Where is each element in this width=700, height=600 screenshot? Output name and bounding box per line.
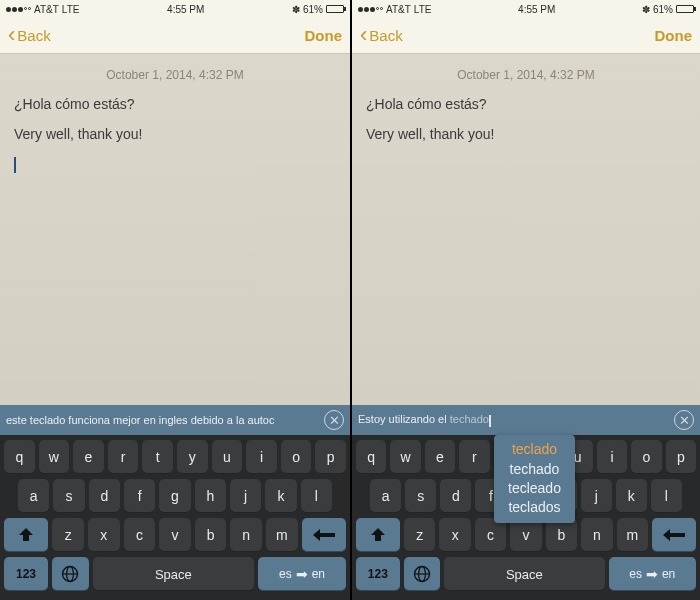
key-123[interactable]: 123 [4, 557, 48, 591]
key-e[interactable]: e [73, 440, 104, 474]
key-x[interactable]: x [88, 518, 120, 552]
key-globe[interactable] [404, 557, 440, 591]
nav-bar: ‹ Back Done [352, 18, 700, 54]
note-body[interactable]: October 1, 2014, 4:32 PM ¿Hola cómo está… [352, 54, 700, 405]
key-f[interactable]: f [124, 479, 155, 513]
suggestion-option[interactable]: tecleado [508, 480, 561, 496]
key-language-toggle[interactable]: es ➡ en [258, 557, 346, 591]
battery-percent: 61% [653, 4, 673, 15]
bluetooth-icon: ✽ [642, 4, 650, 15]
key-j[interactable]: j [581, 479, 612, 513]
key-s[interactable]: s [405, 479, 436, 513]
key-q[interactable]: q [356, 440, 386, 474]
text-cursor [14, 157, 16, 173]
key-n[interactable]: n [581, 518, 612, 552]
key-backspace[interactable] [652, 518, 696, 552]
translate-input-bar[interactable]: este teclado funciona mejor en ingles de… [0, 405, 350, 435]
key-shift[interactable] [4, 518, 48, 552]
key-r[interactable]: r [108, 440, 139, 474]
key-shift[interactable] [356, 518, 400, 552]
key-space[interactable]: Space [93, 557, 254, 591]
key-v[interactable]: v [510, 518, 541, 552]
lang-from: es [629, 567, 642, 581]
key-b[interactable]: b [546, 518, 577, 552]
key-c[interactable]: c [475, 518, 506, 552]
key-backspace[interactable] [302, 518, 346, 552]
input-prefix: Estoy utilizando el [358, 413, 450, 425]
key-g[interactable]: g [159, 479, 190, 513]
key-i[interactable]: i [246, 440, 277, 474]
backspace-arrow-icon [663, 528, 685, 542]
key-l[interactable]: l [651, 479, 682, 513]
key-globe[interactable] [52, 557, 89, 591]
key-o[interactable]: o [281, 440, 312, 474]
back-label: Back [17, 27, 50, 44]
globe-icon [413, 565, 431, 583]
globe-icon [61, 565, 79, 583]
back-button[interactable]: ‹ Back [360, 27, 403, 44]
shift-arrow-icon [17, 527, 35, 543]
keyboard: Estoy utilizando el techado ✕ teclado te… [352, 405, 700, 600]
translate-input-bar[interactable]: Estoy utilizando el techado ✕ [352, 405, 700, 435]
key-z[interactable]: z [52, 518, 84, 552]
key-r[interactable]: r [459, 440, 489, 474]
key-k[interactable]: k [265, 479, 296, 513]
suggestion-popover[interactable]: teclado techado tecleado teclados [494, 435, 575, 523]
suggestion-option[interactable]: teclados [508, 499, 561, 515]
key-y[interactable]: y [177, 440, 208, 474]
key-123[interactable]: 123 [356, 557, 400, 591]
note-line-1: ¿Hola cómo estás? [14, 96, 336, 112]
key-h[interactable]: h [195, 479, 226, 513]
key-b[interactable]: b [195, 518, 227, 552]
key-x[interactable]: x [439, 518, 470, 552]
key-m[interactable]: m [617, 518, 648, 552]
key-row-3: z x c v b n m [4, 518, 346, 552]
suggestion-option[interactable]: techado [508, 461, 561, 477]
key-k[interactable]: k [616, 479, 647, 513]
nav-bar: ‹ Back Done [0, 18, 350, 54]
key-e[interactable]: e [425, 440, 455, 474]
network-label: LTE [414, 4, 432, 15]
signal-dots-icon [358, 7, 383, 12]
key-j[interactable]: j [230, 479, 261, 513]
key-w[interactable]: w [390, 440, 420, 474]
key-n[interactable]: n [230, 518, 262, 552]
battery-percent: 61% [303, 4, 323, 15]
key-c[interactable]: c [124, 518, 156, 552]
key-p[interactable]: p [666, 440, 696, 474]
back-button[interactable]: ‹ Back [8, 27, 51, 44]
key-l[interactable]: l [301, 479, 332, 513]
clear-input-icon[interactable]: ✕ [324, 410, 344, 430]
key-i[interactable]: i [597, 440, 627, 474]
key-p[interactable]: p [315, 440, 346, 474]
key-row-1: q w e r t y u i o p [4, 440, 346, 474]
suggestion-selected[interactable]: teclado [508, 441, 561, 457]
done-button[interactable]: Done [305, 27, 343, 44]
battery-icon [676, 5, 694, 13]
key-language-toggle[interactable]: es ➡ en [609, 557, 696, 591]
key-o[interactable]: o [631, 440, 661, 474]
key-s[interactable]: s [53, 479, 84, 513]
key-q[interactable]: q [4, 440, 35, 474]
key-row-bottom: 123 Space es ➡ en [356, 557, 696, 591]
done-button[interactable]: Done [655, 27, 693, 44]
note-body[interactable]: October 1, 2014, 4:32 PM ¿Hola cómo está… [0, 54, 350, 405]
key-w[interactable]: w [39, 440, 70, 474]
key-u[interactable]: u [212, 440, 243, 474]
key-v[interactable]: v [159, 518, 191, 552]
key-space[interactable]: Space [444, 557, 604, 591]
translate-input-text: Estoy utilizando el techado [358, 413, 668, 426]
key-a[interactable]: a [370, 479, 401, 513]
input-ghost: techado [450, 413, 489, 425]
key-z[interactable]: z [404, 518, 435, 552]
key-d[interactable]: d [89, 479, 120, 513]
key-t[interactable]: t [142, 440, 173, 474]
key-a[interactable]: a [18, 479, 49, 513]
clear-input-icon[interactable]: ✕ [674, 410, 694, 430]
key-d[interactable]: d [440, 479, 471, 513]
key-m[interactable]: m [266, 518, 298, 552]
shift-arrow-icon [369, 527, 387, 543]
status-bar: AT&T LTE 4:55 PM ✽ 61% [352, 0, 700, 18]
carrier-label: AT&T [34, 4, 59, 15]
phone-left: AT&T LTE 4:55 PM ✽ 61% ‹ Back Done Octob… [0, 0, 350, 600]
